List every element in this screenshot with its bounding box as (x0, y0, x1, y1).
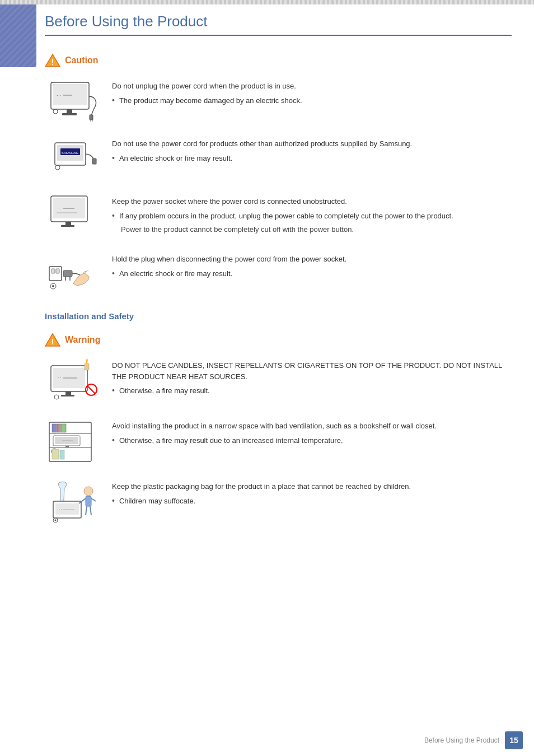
warning-text-2: Avoid installing the product in a narrow… (112, 419, 512, 446)
top-decoration-bar (0, 0, 534, 4)
footer-title: Before Using the Product (424, 736, 499, 744)
svg-rect-29 (63, 270, 72, 277)
caution-image-1: · · (45, 80, 101, 122)
svg-rect-4 (67, 109, 72, 114)
warning-label: Warning (65, 335, 100, 345)
caution-text-4: Hold the plug when disconnecting the pow… (112, 253, 512, 279)
warning-main-text-2: Avoid installing the product in a narrow… (112, 421, 512, 432)
warning-bullet-2-0: Otherwise, a fire may result due to an i… (112, 435, 512, 446)
svg-point-16 (55, 165, 60, 170)
caution-main-text-1: Do not unplug the power cord when the pr… (112, 81, 512, 92)
svg-line-67 (90, 506, 91, 515)
caution-main-text-4: Hold the plug when disconnecting the pow… (112, 254, 512, 265)
svg-rect-27 (51, 269, 55, 273)
warning-item-1: · · DO NOT PLACE CANDLES, INSECT REPELLA… (45, 359, 512, 404)
caution-item-4: Hold the plug when disconnecting the pow… (45, 253, 512, 295)
svg-rect-38 (65, 391, 71, 395)
svg-rect-28 (56, 269, 59, 273)
caution-main-text-3: Keep the power socket where the power co… (112, 196, 512, 207)
main-content: Before Using the Product ! Caution · · (45, 0, 512, 563)
svg-text:· ·: · · (57, 92, 61, 98)
svg-point-71 (54, 520, 56, 521)
warning-bullet-3-0: Children may suffocate. (112, 496, 512, 507)
caution-text-1: Do not unplug the power cord when the pr… (112, 80, 512, 106)
svg-line-69 (91, 498, 96, 501)
svg-text:!: ! (51, 337, 54, 346)
warning-text-1: DO NOT PLACE CANDLES, INSECT REPELLANTS … (112, 359, 512, 396)
page-title: Before Using the Product (45, 10, 512, 36)
caution-item-1: · · Do not unplug the power cord when th… (45, 80, 512, 122)
svg-rect-56 (65, 446, 69, 447)
svg-rect-39 (61, 395, 74, 396)
svg-rect-65 (86, 496, 91, 506)
sidebar-decoration (0, 0, 36, 67)
caution-subtext-3-0: Power to the product cannot be completel… (121, 224, 512, 235)
caution-image-3: · · (45, 195, 101, 237)
svg-line-45 (87, 386, 95, 394)
warning-item-3: · · Keep the plastic packaging bag for t… (45, 480, 512, 525)
warning-text-3: Keep the plastic packaging bag for the p… (112, 480, 512, 507)
caution-bullet-4-0: An electric shock or fire may result. (112, 268, 512, 279)
svg-rect-5 (62, 113, 77, 115)
warning-main-text-1: DO NOT PLACE CANDLES, INSECT REPELLANTS … (112, 360, 512, 382)
warning-image-3: · · (45, 480, 101, 525)
svg-rect-43 (85, 363, 89, 370)
svg-rect-9 (90, 115, 93, 120)
warning-image-2: · · (45, 419, 101, 464)
caution-bullet-2-0: An electric shock or fire may result. (112, 153, 512, 164)
page-number: 15 (505, 731, 523, 749)
svg-rect-59 (60, 450, 64, 459)
warning-bullet-1-0: Otherwise, a fire may result. (112, 385, 512, 396)
warning-image-1: · · (45, 359, 101, 404)
caution-bullet-1-0: The product may become damaged by an ele… (112, 95, 512, 106)
svg-point-40 (54, 395, 59, 399)
warning-heading: ! Warning (45, 332, 512, 348)
svg-rect-17 (92, 158, 96, 164)
caution-label: Caution (65, 55, 99, 66)
caution-main-text-2: Do not use the power cord for products o… (112, 138, 512, 150)
svg-line-66 (86, 506, 87, 515)
svg-rect-49 (52, 424, 57, 432)
caution-bullet-3-0: If any problem occurs in the product, un… (112, 211, 512, 222)
caution-image-2: SAMSUNG (45, 137, 101, 179)
svg-point-6 (53, 109, 58, 114)
svg-rect-26 (49, 267, 62, 281)
warning-icon: ! (45, 332, 60, 348)
svg-text:· ·: · · (58, 375, 62, 380)
installation-safety-heading: Installation and Safety (45, 311, 512, 321)
svg-text:· ·: · · (58, 206, 62, 211)
warning-item-2: · · Avoid installing the product in a na… (45, 419, 512, 464)
svg-rect-51 (61, 424, 66, 432)
page-footer: Before Using the Product 15 (424, 731, 523, 749)
caution-heading: ! Caution (45, 53, 512, 68)
caution-item-2: SAMSUNG Do not use the power cord for pr… (45, 137, 512, 179)
caution-text-2: Do not use the power cord for products o… (112, 137, 512, 164)
svg-text:!: ! (51, 58, 54, 67)
svg-point-33 (52, 285, 54, 287)
caution-item-3: · · Keep the power socket where the powe… (45, 195, 512, 237)
svg-text:· ·: · · (58, 439, 60, 442)
svg-rect-58 (52, 449, 59, 459)
caution-image-4 (45, 253, 101, 295)
caution-icon: ! (45, 53, 60, 68)
warning-main-text-3: Keep the plastic packaging bag for the p… (112, 481, 512, 492)
svg-text:SAMSUNG: SAMSUNG (61, 151, 78, 155)
svg-text:· ·: · · (59, 507, 62, 511)
svg-rect-50 (57, 424, 60, 432)
svg-point-64 (84, 487, 93, 496)
caution-text-3: Keep the power socket where the power co… (112, 195, 512, 235)
